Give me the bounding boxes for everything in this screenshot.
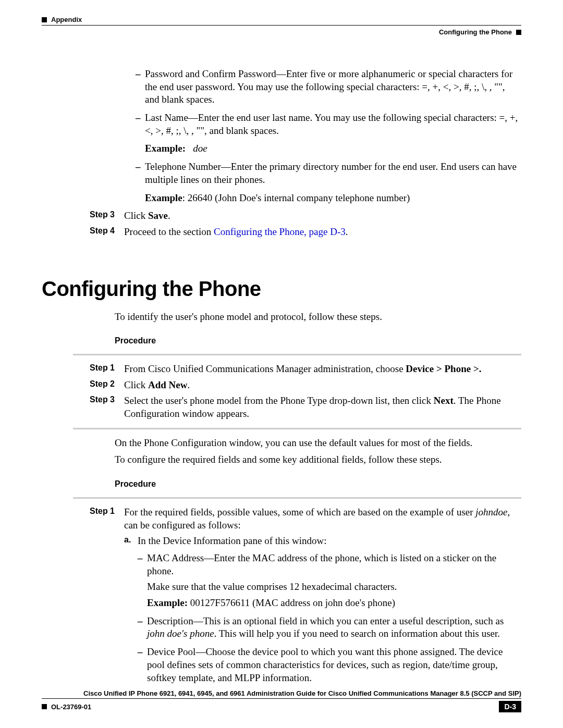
list-item: Last Name—Enter the end user last name. … [136, 112, 521, 137]
example-label: Example: [147, 597, 188, 608]
cross-reference-link[interactable]: Configuring the Phone, page D-3 [214, 226, 346, 237]
text-bold: Device > Phone >. [406, 363, 481, 374]
text-bold: Next [434, 395, 454, 406]
footer-doc-id: OL-23769-01 [51, 703, 91, 711]
example-line: Example: doe [145, 142, 521, 155]
step-content: From Cisco Unified Communications Manage… [124, 363, 521, 376]
example-value: 00127F576611 (MAC address on john doe's … [188, 597, 395, 608]
step-row: Step 4 Proceed to the section Configurin… [42, 226, 521, 239]
text: Click [124, 379, 148, 390]
text: Select the user's phone model from the P… [124, 395, 434, 406]
step-row: Step 1 For the required fields, possible… [42, 506, 521, 532]
telephone-text: Telephone Number—Enter the primary direc… [145, 161, 517, 185]
step-row: Step 1 From Cisco Unified Communications… [42, 363, 521, 376]
header-square-icon [42, 17, 47, 22]
example-value: : 26640 (John Doe's internal company tel… [182, 192, 410, 203]
page-header: Appendix Configuring the Phone [42, 16, 521, 42]
text: . [187, 379, 190, 390]
text: . [346, 226, 348, 237]
text: . This will help you if you need to sear… [214, 628, 500, 639]
step-row: Step 3 Click Save. [42, 209, 521, 223]
sub-label: a. [124, 535, 131, 546]
mac-text-2: Make sure that the value comprises 12 he… [147, 581, 521, 594]
example-label: Example [145, 192, 182, 203]
step-label: Step 3 [42, 394, 124, 420]
text: Click [124, 210, 148, 221]
divider [73, 428, 521, 429]
text: . [168, 210, 170, 221]
list-item: Password and Confirm Password—Enter five… [136, 68, 521, 106]
section-intro: To identify the user's phone model and p… [115, 311, 521, 324]
text-italic: johndoe [475, 507, 507, 517]
page-footer: Cisco Unified IP Phone 6921, 6941, 6945,… [42, 689, 521, 712]
text: Proceed to the section [124, 226, 214, 237]
page-number: D-3 [499, 701, 521, 712]
list-item: MAC Address—Enter the MAC address of the… [138, 552, 521, 610]
section-heading: Configuring the Phone [42, 275, 521, 302]
step-label: Step 3 [42, 209, 124, 223]
example-label: Example: [145, 143, 186, 154]
text: Description—This is an optional field in… [147, 615, 504, 626]
step-label: Step 1 [42, 506, 124, 532]
header-right-text: Configuring the Phone [439, 28, 512, 36]
sub-item-a: a. In the Device Information pane of thi… [124, 535, 521, 548]
text: From Cisco Unified Communications Manage… [124, 363, 406, 374]
sub-text: In the Device Information pane of this w… [138, 535, 326, 546]
step-row: Step 2 Click Add New. [42, 379, 521, 392]
text: Device Pool—Choose the device pool to wh… [147, 646, 503, 683]
text-bold: Save [148, 210, 168, 221]
step-label: Step 2 [42, 379, 124, 392]
password-text: Password and Confirm Password—Enter five… [145, 68, 512, 105]
step-label: Step 1 [42, 363, 124, 376]
example-line: Example: 26640 (John Doe's internal comp… [145, 192, 521, 205]
header-square-icon [516, 30, 521, 35]
divider [73, 354, 521, 355]
mac-text-1: MAC Address—Enter the MAC address of the… [147, 552, 521, 577]
footer-square-icon [42, 704, 47, 709]
step-content: Select the user's phone model from the P… [124, 394, 521, 420]
text-italic: john doe's phone [147, 628, 214, 639]
footer-title: Cisco Unified IP Phone 6921, 6941, 6945,… [42, 689, 521, 697]
header-left-text: Appendix [51, 16, 82, 23]
step-content: Click Add New. [124, 379, 521, 392]
text-bold: Add New [148, 379, 187, 390]
list-item: Telephone Number—Enter the primary direc… [136, 161, 521, 186]
step-content: Click Save. [124, 209, 521, 223]
list-item: Description—This is an optional field in… [138, 615, 521, 640]
lastname-text: Last Name—Enter the end user last name. … [145, 112, 518, 136]
divider [73, 497, 521, 499]
paragraph: To configure the required fields and som… [115, 453, 521, 466]
step-content: Proceed to the section Configuring the P… [124, 226, 521, 239]
list-item: Device Pool—Choose the device pool to wh… [138, 646, 521, 684]
mac-example: Example: 00127F576611 (MAC address on jo… [147, 597, 521, 610]
step-row: Step 3 Select the user's phone model fro… [42, 394, 521, 420]
procedure-label: Procedure [115, 336, 521, 347]
paragraph: On the Phone Configuration window, you c… [115, 437, 521, 450]
text: For the required fields, possible values… [124, 507, 475, 517]
step-content: For the required fields, possible values… [124, 506, 521, 532]
procedure-label: Procedure [115, 479, 521, 490]
example-value: doe [193, 143, 207, 154]
step-label: Step 4 [42, 226, 124, 239]
